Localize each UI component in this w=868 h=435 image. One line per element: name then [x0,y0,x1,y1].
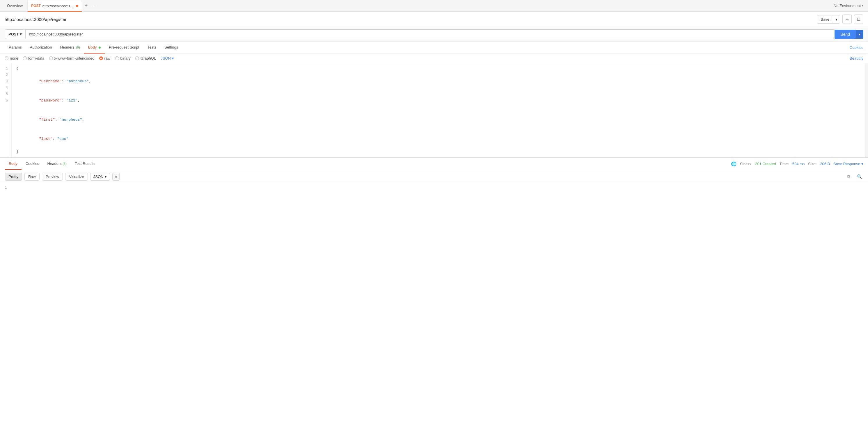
response-format-select[interactable]: JSON ▾ [90,173,110,181]
code-line-4: "first": "morpheus", [16,110,861,129]
radio-urlencoded-circle [49,56,53,60]
tab-url-text: http://localhost:3.... [42,4,74,8]
response-tab-body[interactable]: Body [5,158,22,170]
method-select[interactable]: POST ▾ [5,29,25,39]
response-tab-cookies[interactable]: Cookies [22,158,43,170]
save-button-group: Save ▾ [817,15,840,24]
json-format-label: JSON [161,56,171,60]
response-tab-headers[interactable]: Headers (6) [43,158,71,170]
edit-button[interactable]: ✏ [842,14,852,24]
line-numbers: 1 2 3 4 5 6 [0,63,12,157]
resp-headers-label: Headers [48,161,62,166]
search-button[interactable]: 🔍 [855,173,863,181]
radio-graphql[interactable]: GraphQL [135,56,156,60]
save-response-label: Save Response [833,162,860,166]
more-tabs-button[interactable]: ··· [90,2,98,10]
time-value: 524 ms [793,162,805,166]
send-button-group: Send ▾ [835,30,863,39]
request-tabs-row: Params Authorization Headers (9) Body Pr… [0,41,868,54]
tab-tests[interactable]: Tests [144,41,160,54]
body-type-row: none form-data x-www-form-urlencoded raw… [0,54,868,63]
radio-raw[interactable]: raw [99,56,111,60]
env-label: No Environment [834,3,861,8]
size-label: Size: [808,162,816,166]
line-num-2: 2 [3,72,8,78]
radio-binary-label: binary [120,56,131,60]
size-value: 206 B [820,162,830,166]
line-num-5: 5 [3,91,8,97]
radio-raw-label: raw [104,56,111,60]
url-input[interactable] [25,29,835,39]
tab-params[interactable]: Params [5,41,26,54]
tab-headers[interactable]: Headers (9) [56,41,84,54]
cookies-link[interactable]: Cookies [850,45,863,50]
beautify-button[interactable]: Beautify [850,56,863,60]
url-bar-actions: Save ▾ ✏ ☐ [817,14,863,24]
method-label: POST [8,32,19,36]
top-bar-right: No Environment ▾ [831,2,866,9]
copy-button[interactable]: ⧉ [845,173,853,181]
tab-method-badge: POST [31,4,41,8]
request-bar: POST ▾ Send ▾ [0,27,868,41]
code-content[interactable]: { "username": "morpheus", "password": "1… [12,63,865,157]
line-num-3: 3 [3,78,8,85]
save-button[interactable]: Save [817,15,833,23]
radio-none-circle [5,56,8,60]
preview-button[interactable]: Preview [42,173,63,181]
send-button[interactable]: Send [835,30,856,39]
status-value: 201 Created [755,162,776,166]
save-response-button[interactable]: Save Response ▾ [833,162,863,166]
add-tab-button[interactable]: + [82,2,90,10]
line-num-1: 1 [3,65,8,72]
save-dropdown-button[interactable]: ▾ [833,15,840,23]
response-tabs-row: Body Cookies Headers (6) Test Results 🌐 … [0,158,868,170]
radio-none[interactable]: none [5,56,18,60]
status-label: Status: [740,162,752,166]
tab-overview[interactable]: Overview [2,0,27,11]
radio-form-data-label: form-data [28,56,44,60]
tab-body[interactable]: Body [84,41,105,54]
time-label: Time: [780,162,789,166]
headers-badge: (9) [76,45,80,49]
radio-form-data[interactable]: form-data [23,56,44,60]
body-label: Body [88,45,97,50]
radio-binary[interactable]: binary [115,56,131,60]
radio-urlencoded[interactable]: x-www-form-urlencoded [49,56,95,60]
response-tab-test-results[interactable]: Test Results [71,158,99,170]
json-format-chevron-icon: ▾ [172,56,174,60]
tab-request[interactable]: POST http://localhost:3.... [27,0,82,11]
tabs-right: Cookies [850,45,863,50]
response-code-area: 1 [0,183,868,207]
filter-button[interactable]: ≡ [112,173,120,181]
url-title-bar: http://localhost:3000/api/register Save … [0,12,868,27]
radio-raw-circle [99,56,103,60]
code-line-1: { [16,65,861,72]
response-section: Body Cookies Headers (6) Test Results 🌐 … [0,158,868,207]
raw-button[interactable]: Raw [25,173,39,181]
code-editor[interactable]: 1 2 3 4 5 6 { "username": "morpheus", "p… [0,63,868,158]
response-meta: 🌐 Status: 201 Created Time: 524 ms Size:… [731,161,863,166]
response-tools-right: ⧉ 🔍 [845,173,863,181]
send-dropdown-button[interactable]: ▾ [856,30,863,39]
line-num-6: 6 [3,97,8,104]
visualize-button[interactable]: Visualize [65,173,88,181]
code-line-2: "username": "morpheus", [16,72,861,91]
tab-settings[interactable]: Settings [160,41,182,54]
json-format-selector[interactable]: JSON ▾ [161,56,174,60]
save-response-chevron-icon: ▾ [861,162,863,166]
tab-prerequest[interactable]: Pre-request Script [105,41,144,54]
tab-authorization[interactable]: Authorization [26,41,56,54]
comment-button[interactable]: ☐ [854,14,863,24]
line-num-4: 4 [3,85,8,91]
code-line-3: "password": "123", [16,91,861,110]
scrollbar-right[interactable] [865,63,868,157]
response-tools-row: Pretty Raw Preview Visualize JSON ▾ ≡ ⧉ … [0,170,868,183]
env-chevron-icon: ▾ [862,4,863,7]
environment-selector[interactable]: No Environment ▾ [831,2,866,9]
radio-graphql-label: GraphQL [141,56,156,60]
resp-line-num-1: 1 [5,186,7,190]
pretty-button[interactable]: Pretty [5,173,22,181]
radio-binary-circle [115,56,119,60]
radio-none-label: none [10,56,18,60]
response-format-label: JSON [93,175,103,179]
